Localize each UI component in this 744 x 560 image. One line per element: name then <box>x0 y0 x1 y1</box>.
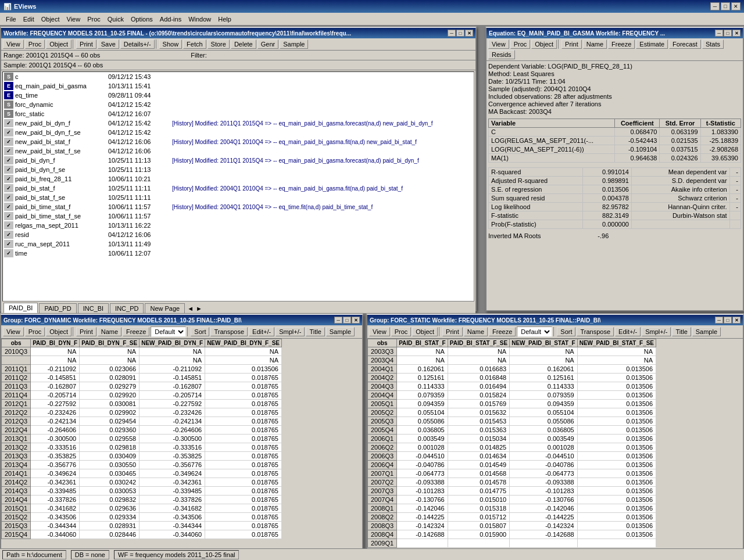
eq-proc-btn[interactable]: Proc <box>510 40 531 49</box>
eq-object-btn[interactable]: Object <box>531 40 557 49</box>
maximize-btn[interactable]: □ <box>721 2 730 10</box>
gs-transpose-btn[interactable]: Transpose <box>577 327 614 336</box>
gs-view-btn[interactable]: View <box>369 327 390 336</box>
group-static-content[interactable]: obsPAID_BI_STAT_FPAID_BI_STAT_F_SENEW_PA… <box>367 339 743 560</box>
workfile-controls[interactable]: ─ □ ✕ <box>448 30 473 37</box>
gs-minimize[interactable]: ─ <box>715 317 723 324</box>
gs-maximize[interactable]: □ <box>724 317 732 324</box>
wf-details-btn[interactable]: Details+/- <box>120 40 155 49</box>
group-dynamic-table-wrapper[interactable]: obsPAID_BI_DYN_FPAID_BI_DYN_F_SENEW_PAID… <box>1 339 362 560</box>
wf-print-btn[interactable]: Print <box>76 40 96 49</box>
equation-close[interactable]: ✕ <box>732 30 741 37</box>
eq-print-btn[interactable]: Print <box>561 40 582 49</box>
tab-inc-pd[interactable]: INC_PD <box>110 303 144 313</box>
workfile-close[interactable]: ✕ <box>465 30 473 37</box>
group-dynamic-controls[interactable]: ─ □ ✕ <box>334 317 360 324</box>
menu-edit[interactable]: Edit <box>20 15 38 24</box>
gd-smpl-btn[interactable]: Smpl+/- <box>276 327 305 336</box>
gd-view-btn[interactable]: View <box>3 327 24 336</box>
workfile-list-item[interactable]: E eq_time 09/28/11 09:44 <box>3 91 474 100</box>
eq-resids-btn[interactable]: Resids <box>488 50 515 59</box>
wf-delete-btn[interactable]: Delete <box>231 40 256 49</box>
group-dynamic-content[interactable]: obsPAID_BI_DYN_FPAID_BI_DYN_F_SENEW_PAID… <box>1 339 362 560</box>
equation-minimize[interactable]: ─ <box>715 30 723 37</box>
eq-freeze-btn[interactable]: Freeze <box>608 40 635 49</box>
group-static-controls[interactable]: ─ □ ✕ <box>715 317 741 324</box>
gs-default-select[interactable]: Default <box>517 326 552 337</box>
gs-name-btn[interactable]: Name <box>464 327 488 336</box>
workfile-list[interactable]: S c 09/12/12 15:43 E eq_main_paid_bi_gas… <box>2 71 474 301</box>
gd-close[interactable]: ✕ <box>352 317 360 324</box>
gs-freeze-btn[interactable]: Freeze <box>489 327 516 336</box>
menu-view[interactable]: View <box>63 15 84 24</box>
eq-stats-btn[interactable]: Stats <box>702 40 724 49</box>
tab-scroll-right[interactable]: ► <box>195 304 203 313</box>
workfile-list-item[interactable]: ✓ relgas_ma_sept_2011 10/13/11 16:22 <box>3 221 474 230</box>
gd-title-btn[interactable]: Title <box>306 327 324 336</box>
workfile-list-item[interactable]: E eq_main_paid_bi_gasma 10/13/11 15:41 <box>3 81 474 91</box>
wf-sample-btn[interactable]: Sample <box>280 40 308 49</box>
tab-scroll-left[interactable]: ◄ <box>186 304 195 313</box>
gd-sample-btn[interactable]: Sample <box>326 327 355 336</box>
workfile-list-item[interactable]: ✓ paid_bi_time_stat_f 10/06/11 11:57 [Hi… <box>3 202 474 211</box>
workfile-list-item[interactable]: ✓ resid 04/12/12 16:06 <box>3 230 474 239</box>
gs-smpl-btn[interactable]: Smpl+/- <box>642 327 671 336</box>
workfile-list-item[interactable]: ✓ paid_bi_freq_28_11 10/06/11 10:21 <box>3 174 474 184</box>
gs-print-btn[interactable]: Print <box>442 327 463 336</box>
tab-new-page[interactable]: New Page <box>145 303 185 313</box>
workfile-list-item[interactable]: ✓ paid_bi_dyn_f 10/25/11 11:13 [History]… <box>3 156 474 165</box>
gd-freeze-btn[interactable]: Freeze <box>123 327 149 336</box>
workfile-list-item[interactable]: ✓ paid_bi_dyn_f_se 10/25/11 11:13 <box>3 165 474 174</box>
menu-file[interactable]: File <box>2 15 20 24</box>
equation-controls[interactable]: ─ □ ✕ <box>715 30 741 37</box>
gd-name-btn[interactable]: Name <box>98 327 121 336</box>
gd-transpose-btn[interactable]: Transpose <box>210 327 248 336</box>
gd-print-btn[interactable]: Print <box>76 327 96 336</box>
workfile-list-item[interactable]: ✓ new_paid_bi_stat_f_se 04/12/12 16:06 <box>3 146 474 156</box>
tab-paid-bi[interactable]: PAID_BI <box>3 303 38 313</box>
minimize-btn[interactable]: ─ <box>710 2 720 10</box>
app-controls[interactable]: ─ □ ✕ <box>710 2 741 10</box>
eq-estimate-btn[interactable]: Estimate <box>636 40 668 49</box>
wf-genr-btn[interactable]: Genr <box>257 40 278 49</box>
gs-proc-btn[interactable]: Proc <box>391 327 412 336</box>
workfile-list-item[interactable]: ✓ paid_bi_time_stat_f_se 10/06/11 11:57 <box>3 211 474 221</box>
menu-window[interactable]: Window <box>185 15 214 24</box>
gs-close[interactable]: ✕ <box>732 317 741 324</box>
menu-addins[interactable]: Add-ins <box>156 15 185 24</box>
group-static-table-wrapper[interactable]: obsPAID_BI_STAT_FPAID_BI_STAT_F_SENEW_PA… <box>367 339 743 560</box>
menu-object[interactable]: Object <box>38 15 63 24</box>
menu-proc[interactable]: Proc <box>84 15 104 24</box>
menu-options[interactable]: Options <box>127 15 156 24</box>
workfile-maximize[interactable]: □ <box>456 30 464 37</box>
gd-sort-btn[interactable]: Sort <box>191 327 209 336</box>
workfile-list-item[interactable]: ✓ new_paid_bi_stat_f 04/12/12 16:06 [His… <box>3 137 474 146</box>
workfile-list-item[interactable]: ✓ time 10/06/11 12:07 <box>3 249 474 258</box>
workfile-list-item[interactable]: ✓ paid_bi_stat_f_se 10/25/11 11:11 <box>3 193 474 202</box>
workfile-list-item[interactable]: ✓ new_paid_bi_dyn_f_se 04/12/12 15:42 <box>3 128 474 137</box>
gd-edit-btn[interactable]: Edit+/- <box>249 327 274 336</box>
workfile-list-item[interactable]: ✓ new_paid_bi_dyn_f 04/12/12 15:42 [Hist… <box>3 119 474 128</box>
wf-store-btn[interactable]: Store <box>208 40 230 49</box>
menu-quick[interactable]: Quick <box>104 15 127 24</box>
gs-edit-btn[interactable]: Edit+/- <box>615 327 641 336</box>
workfile-list-item[interactable]: ✓ paid_bi_stat_f 10/25/11 11:11 [History… <box>3 184 474 193</box>
wf-view-btn[interactable]: View <box>3 40 24 49</box>
gd-minimize[interactable]: ─ <box>334 317 342 324</box>
eq-name-btn[interactable]: Name <box>583 40 607 49</box>
wf-show-btn[interactable]: Show <box>159 40 183 49</box>
gs-object-btn[interactable]: Object <box>412 327 438 336</box>
gs-sort-btn[interactable]: Sort <box>557 327 575 336</box>
gd-proc-btn[interactable]: Proc <box>25 327 45 336</box>
gs-sample-btn[interactable]: Sample <box>692 327 721 336</box>
workfile-list-item[interactable]: S c 09/12/12 15:43 <box>3 72 474 81</box>
gd-maximize[interactable]: □ <box>343 317 351 324</box>
eq-view-btn[interactable]: View <box>488 40 509 49</box>
wf-proc-btn[interactable]: Proc <box>25 40 45 49</box>
gs-title-btn[interactable]: Title <box>672 327 691 336</box>
gd-default-select[interactable]: Default <box>151 326 186 337</box>
workfile-list-item[interactable]: S forc_static 04/12/12 16:07 <box>3 109 474 119</box>
equation-maximize[interactable]: □ <box>724 30 732 37</box>
workfile-list-item[interactable]: ✓ ruc_ma_sept_2011 10/13/11 11:49 <box>3 239 474 249</box>
wf-object-btn[interactable]: Object <box>46 40 71 49</box>
